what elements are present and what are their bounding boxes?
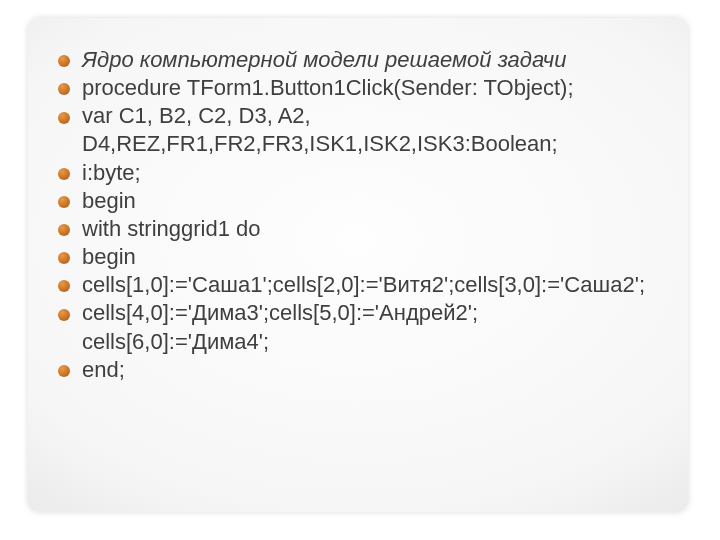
list-item: cells[1,0]:='Саша1';cells[2,0]:='Витя2';…	[56, 271, 660, 299]
list-item: Ядро компьютерной модели решаемой задачи	[56, 46, 660, 74]
slide: Ядро компьютерной модели решаемой задачи…	[0, 0, 720, 540]
line-text: i:byte;	[82, 160, 141, 185]
line-text: end;	[82, 357, 125, 382]
line-text: begin	[82, 244, 136, 269]
content-panel: Ядро компьютерной модели решаемой задачи…	[28, 18, 688, 512]
line-text: cells[1,0]:='Саша1';cells[2,0]:='Витя2';…	[82, 272, 645, 297]
list-item: with stringgrid1 do	[56, 215, 660, 243]
bullet-list: Ядро компьютерной модели решаемой задачи…	[56, 46, 660, 384]
list-item: end;	[56, 356, 660, 384]
list-item: begin	[56, 187, 660, 215]
line-text: begin	[82, 188, 136, 213]
line-text: procedure TForm1.Button1Click(Sender: TO…	[82, 75, 574, 100]
line-text: Ядро компьютерной модели решаемой задачи	[82, 47, 566, 72]
line-text: with stringgrid1 do	[82, 216, 261, 241]
list-item: begin	[56, 243, 660, 271]
line-text: cells[4,0]:='Дима3';cells[5,0]:='Андрей2…	[82, 300, 478, 353]
list-item: procedure TForm1.Button1Click(Sender: TO…	[56, 74, 660, 102]
line-text: var C1, B2, C2, D3, A2, D4,REZ,FR1,FR2,F…	[82, 103, 558, 156]
list-item: var C1, B2, C2, D3, A2, D4,REZ,FR1,FR2,F…	[56, 102, 660, 158]
list-item: cells[4,0]:='Дима3';cells[5,0]:='Андрей2…	[56, 299, 660, 355]
list-item: i:byte;	[56, 159, 660, 187]
